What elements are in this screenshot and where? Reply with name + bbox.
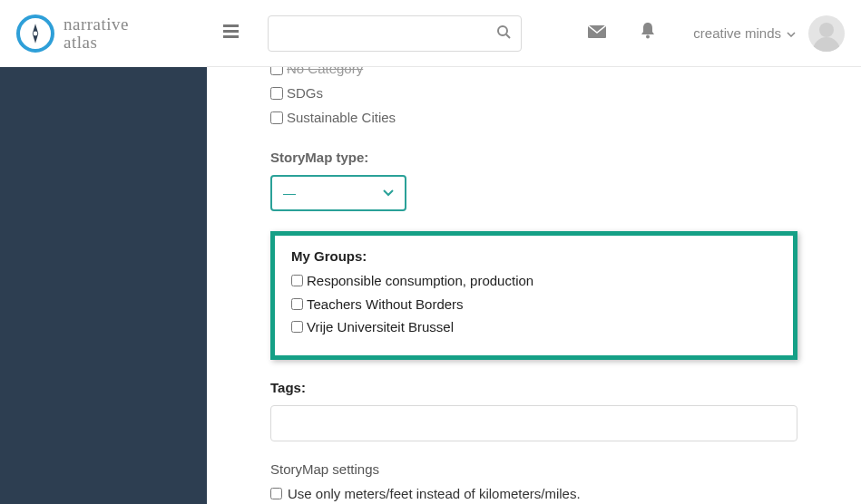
- svg-rect-3: [223, 30, 239, 33]
- category-option[interactable]: Sustainable Cities: [270, 105, 797, 130]
- select-value: —: [283, 186, 296, 200]
- checkbox[interactable]: [270, 67, 283, 75]
- checkbox[interactable]: [270, 488, 282, 499]
- brand-logo[interactable]: narrative atlas: [0, 0, 207, 67]
- group-option[interactable]: Responsible consumption, production: [291, 269, 777, 293]
- topbar: creative minds: [207, 0, 861, 67]
- svg-point-1: [34, 32, 38, 36]
- storymap-type-section: StoryMap type: —: [270, 150, 797, 211]
- category-option[interactable]: SDGs: [270, 81, 797, 105]
- svg-rect-2: [223, 24, 239, 27]
- storymap-type-label: StoryMap type:: [270, 150, 368, 165]
- chevron-down-icon: [787, 27, 796, 40]
- mail-icon[interactable]: [581, 24, 613, 43]
- tags-label: Tags:: [270, 380, 306, 395]
- checkbox[interactable]: [291, 298, 303, 310]
- settings-heading: StoryMap settings: [270, 461, 797, 477]
- svg-line-6: [506, 34, 510, 38]
- tags-section: Tags:: [270, 380, 797, 441]
- storymap-type-select[interactable]: —: [270, 175, 406, 211]
- group-option[interactable]: Teachers Without Borders: [291, 293, 777, 316]
- checkbox[interactable]: [291, 275, 303, 286]
- bell-icon[interactable]: [633, 23, 662, 44]
- my-groups-label: My Groups:: [291, 248, 777, 264]
- storymap-settings-section: StoryMap settings Use only meters/feet i…: [270, 461, 797, 505]
- group-option[interactable]: Vrije Universiteit Brussel: [291, 315, 777, 339]
- checkbox[interactable]: [270, 87, 283, 100]
- search-input[interactable]: [268, 15, 522, 52]
- category-option[interactable]: No Category: [270, 67, 797, 81]
- tags-input[interactable]: [270, 405, 797, 441]
- search-field: [268, 15, 522, 52]
- form-content: No Category SDGs Sustainable Cities Stor…: [207, 67, 861, 504]
- chevron-down-icon: [383, 187, 394, 199]
- svg-rect-4: [223, 35, 239, 38]
- svg-point-5: [498, 26, 507, 35]
- compass-icon: [16, 15, 54, 53]
- settings-option[interactable]: Use only meters/feet instead of kilomete…: [270, 482, 797, 505]
- my-groups-section: My Groups: Responsible consumption, prod…: [270, 231, 797, 360]
- brand-text: narrative atlas: [64, 15, 129, 52]
- checkbox[interactable]: [291, 321, 303, 333]
- user-menu[interactable]: creative minds: [693, 15, 845, 52]
- search-icon[interactable]: [496, 24, 511, 43]
- category-checkbox-group: No Category SDGs Sustainable Cities: [270, 67, 797, 130]
- sidebar: narrative atlas: [0, 0, 207, 504]
- menu-toggle-icon[interactable]: [214, 20, 248, 46]
- username: creative minds: [693, 25, 781, 41]
- avatar: [808, 15, 845, 52]
- checkbox[interactable]: [270, 111, 283, 124]
- svg-point-8: [646, 35, 650, 39]
